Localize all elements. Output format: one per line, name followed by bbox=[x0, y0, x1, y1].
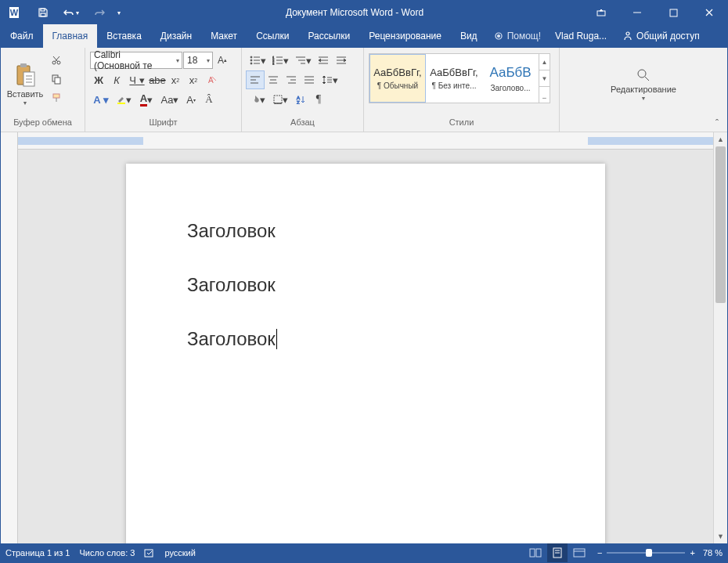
ribbon-collapse-button[interactable]: ˆ bbox=[710, 117, 724, 130]
redo-button[interactable] bbox=[87, 1, 112, 24]
tab-mailings[interactable]: Рассылки bbox=[298, 24, 359, 48]
tab-insert[interactable]: Вставка bbox=[97, 24, 151, 48]
page-scroll[interactable]: Заголовок Заголовок Заголовок bbox=[18, 150, 713, 543]
svg-point-11 bbox=[626, 32, 629, 35]
tab-file[interactable]: Файл bbox=[1, 24, 43, 48]
save-button[interactable] bbox=[31, 1, 56, 24]
word-count[interactable]: Число слов: 3 bbox=[79, 548, 135, 558]
bullets-button[interactable]: ▾ bbox=[247, 52, 268, 69]
read-mode-button[interactable] bbox=[525, 543, 546, 562]
align-justify-button[interactable] bbox=[301, 71, 318, 88]
tab-home[interactable]: Главная bbox=[43, 24, 98, 48]
undo-button[interactable]: ▾ bbox=[56, 1, 87, 24]
bold-button[interactable]: Ж bbox=[90, 71, 107, 88]
indent-left-button[interactable] bbox=[315, 52, 332, 69]
styles-down[interactable]: ▼ bbox=[539, 70, 550, 87]
document-page[interactable]: Заголовок Заголовок Заголовок bbox=[126, 164, 605, 543]
char-scale-button[interactable]: Â bbox=[200, 91, 218, 108]
style-heading1[interactable]: АаБбВ Заголово... bbox=[482, 54, 539, 103]
font-size-combo[interactable]: 18 bbox=[183, 52, 213, 69]
tab-review[interactable]: Рецензирование bbox=[359, 24, 451, 48]
scroll-thumb[interactable] bbox=[715, 146, 726, 303]
minimize-button[interactable] bbox=[619, 1, 655, 24]
align-center-button[interactable] bbox=[265, 71, 282, 88]
zoom-out[interactable]: − bbox=[597, 548, 602, 558]
style-no-spacing[interactable]: АаБбВвГг, ¶ Без инте... bbox=[426, 54, 482, 103]
svg-text:Z: Z bbox=[297, 100, 300, 104]
subscript-button[interactable]: x2 bbox=[167, 71, 184, 88]
title-bar: W ▾ ▾ Документ Microsoft Word - Word bbox=[1, 1, 727, 24]
change-case-button[interactable]: Aa▾ bbox=[158, 91, 182, 108]
word-icon[interactable]: W bbox=[1, 1, 31, 24]
styles-group-label: Стили bbox=[367, 117, 556, 132]
text-effects-button[interactable]: A ▾ bbox=[90, 91, 112, 108]
tab-layout[interactable]: Макет bbox=[201, 24, 247, 48]
editing-button[interactable]: Редактирование ▼ bbox=[604, 50, 683, 117]
italic-button[interactable]: К bbox=[108, 71, 125, 88]
strikethrough-button[interactable]: abe bbox=[149, 71, 166, 88]
style-normal[interactable]: АаБбВвГг, ¶ Обычный bbox=[369, 54, 426, 103]
zoom-track[interactable] bbox=[607, 552, 685, 554]
share-label: Общий доступ bbox=[636, 31, 700, 42]
superscript-button[interactable]: x2 bbox=[185, 71, 202, 88]
user-account[interactable]: Vlad Ruga... bbox=[547, 24, 614, 48]
language-indicator[interactable]: русский bbox=[164, 548, 195, 558]
print-layout-button[interactable] bbox=[547, 543, 568, 562]
zoom-thumb[interactable] bbox=[646, 549, 652, 557]
zoom-slider[interactable]: − + bbox=[597, 548, 695, 558]
proofing-button[interactable] bbox=[144, 547, 155, 558]
ribbon-options-button[interactable] bbox=[583, 1, 619, 24]
svg-rect-13 bbox=[20, 63, 27, 67]
scroll-track[interactable] bbox=[714, 146, 727, 529]
group-editing: Редактирование ▼ bbox=[560, 48, 727, 132]
web-layout-button[interactable] bbox=[569, 543, 589, 562]
scroll-up[interactable]: ▲ bbox=[714, 132, 727, 146]
qat-customize[interactable]: ▾ bbox=[112, 1, 126, 24]
tell-me[interactable]: Помощ! bbox=[487, 24, 547, 48]
shrink-font-button[interactable]: A▾ bbox=[182, 91, 200, 108]
svg-rect-73 bbox=[574, 549, 585, 557]
window-controls bbox=[583, 1, 727, 24]
font-name-combo[interactable]: Calibri (Основной те bbox=[90, 52, 182, 69]
font-color-button[interactable]: A▾ bbox=[135, 91, 157, 108]
svg-text:W: W bbox=[10, 8, 19, 17]
align-left-button[interactable] bbox=[247, 71, 264, 88]
close-button[interactable] bbox=[691, 1, 727, 24]
tab-view[interactable]: Вид bbox=[451, 24, 487, 48]
indent-right-button[interactable] bbox=[333, 52, 350, 69]
paste-button[interactable]: Вставить ▼ bbox=[4, 50, 46, 117]
sort-button[interactable]: AZ bbox=[292, 91, 309, 108]
align-right-button[interactable] bbox=[283, 71, 300, 88]
share-button[interactable]: Общий доступ bbox=[614, 24, 708, 48]
highlight-button[interactable]: ▾ bbox=[113, 91, 135, 108]
vertical-scrollbar[interactable]: ▲ ▼ bbox=[713, 132, 727, 543]
tab-references[interactable]: Ссылки bbox=[247, 24, 298, 48]
clipboard-icon bbox=[14, 63, 36, 88]
svg-point-29 bbox=[250, 63, 252, 64]
clear-format-button[interactable]: A bbox=[203, 71, 220, 88]
multilevel-button[interactable]: ▾ bbox=[292, 52, 314, 69]
copy-button[interactable] bbox=[48, 70, 65, 88]
tab-design[interactable]: Дизайн bbox=[151, 24, 201, 48]
zoom-in[interactable]: + bbox=[690, 548, 694, 558]
borders-button[interactable]: ▾ bbox=[269, 91, 291, 108]
format-painter-button[interactable] bbox=[48, 89, 65, 106]
show-marks-button[interactable]: ¶ bbox=[310, 91, 327, 108]
styles-more[interactable]: ⎯ bbox=[539, 87, 550, 103]
shading-button[interactable]: ▾ bbox=[247, 91, 268, 108]
numbering-button[interactable]: 123▾ bbox=[269, 52, 291, 69]
page-indicator[interactable]: Страница 1 из 1 bbox=[5, 548, 70, 558]
styles-up[interactable]: ▲ bbox=[539, 54, 550, 70]
svg-rect-22 bbox=[53, 94, 59, 98]
line-spacing-button[interactable]: ▾ bbox=[319, 71, 341, 88]
scroll-down[interactable]: ▼ bbox=[714, 529, 727, 543]
svg-rect-4 bbox=[597, 11, 605, 16]
maximize-button[interactable] bbox=[655, 1, 691, 24]
grow-font-button[interactable]: A▴ bbox=[214, 52, 231, 69]
workspace: Заголовок Заголовок Заголовок ▲ ▼ bbox=[1, 132, 727, 543]
underline-button[interactable]: Ч ▾ bbox=[126, 71, 148, 88]
zoom-value[interactable]: 78 % bbox=[703, 548, 723, 558]
group-clipboard: Вставить ▼ Буфер обмена bbox=[1, 48, 85, 132]
ribbon: Вставить ▼ Буфер обмена Calibri (Основно… bbox=[1, 48, 727, 132]
cut-button[interactable] bbox=[48, 52, 65, 69]
